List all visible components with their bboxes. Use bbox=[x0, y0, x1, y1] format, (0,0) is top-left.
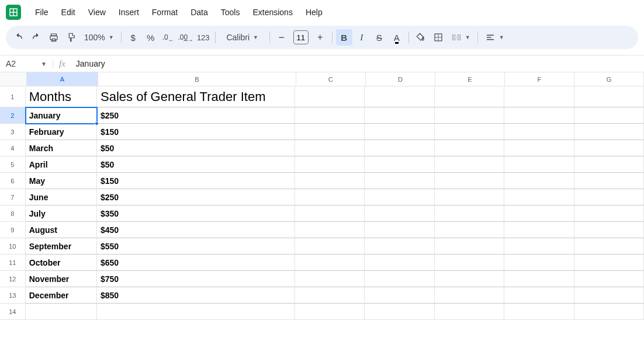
cell-G14[interactable] bbox=[574, 304, 644, 320]
cell-A1[interactable]: Months bbox=[26, 86, 97, 107]
cell-C3[interactable] bbox=[295, 124, 365, 140]
cell-A9[interactable]: August bbox=[26, 222, 97, 238]
name-box[interactable]: A2 ▼ bbox=[0, 59, 53, 68]
cell-E4[interactable] bbox=[435, 140, 504, 156]
cell-F11[interactable] bbox=[504, 255, 574, 271]
cell-D6[interactable] bbox=[365, 173, 434, 189]
menu-format[interactable]: Format bbox=[146, 5, 183, 19]
column-header-F[interactable]: F bbox=[505, 72, 574, 86]
cell-C1[interactable] bbox=[295, 86, 365, 107]
cell-E3[interactable] bbox=[435, 124, 504, 140]
cell-B11[interactable]: $650 bbox=[97, 255, 295, 271]
cell-G7[interactable] bbox=[574, 189, 644, 205]
cell-D1[interactable] bbox=[365, 86, 434, 107]
cell-F2[interactable] bbox=[504, 107, 574, 124]
cell-D5[interactable] bbox=[365, 156, 434, 173]
cell-G3[interactable] bbox=[574, 124, 644, 140]
cell-B10[interactable]: $550 bbox=[97, 238, 295, 255]
cell-G5[interactable] bbox=[574, 156, 644, 173]
cell-C9[interactable] bbox=[295, 222, 365, 238]
cell-C13[interactable] bbox=[295, 287, 365, 304]
cell-G6[interactable] bbox=[574, 173, 644, 189]
cell-C5[interactable] bbox=[295, 156, 365, 173]
row-header-1[interactable]: 1 bbox=[0, 86, 26, 107]
menu-view[interactable]: View bbox=[82, 5, 112, 19]
row-header-3[interactable]: 3 bbox=[0, 124, 26, 140]
cell-A3[interactable]: February bbox=[26, 124, 97, 140]
cell-A5[interactable]: April bbox=[26, 156, 97, 173]
zoom-dropdown[interactable]: 100%▼ bbox=[81, 29, 117, 46]
cell-B3[interactable]: $150 bbox=[97, 124, 295, 140]
cell-G4[interactable] bbox=[574, 140, 644, 156]
cell-D7[interactable] bbox=[365, 189, 434, 205]
cell-C4[interactable] bbox=[295, 140, 365, 156]
cell-E14[interactable] bbox=[435, 304, 504, 320]
cell-A13[interactable]: December bbox=[26, 287, 97, 304]
cell-E7[interactable] bbox=[435, 189, 504, 205]
cell-C12[interactable] bbox=[295, 271, 365, 287]
decrease-font-button[interactable]: − bbox=[273, 29, 290, 46]
menu-file[interactable]: File bbox=[29, 5, 54, 19]
print-button[interactable] bbox=[46, 29, 62, 46]
redo-button[interactable] bbox=[28, 29, 44, 46]
menu-insert[interactable]: Insert bbox=[113, 5, 145, 19]
column-header-D[interactable]: D bbox=[366, 72, 435, 86]
cell-C8[interactable] bbox=[295, 205, 365, 222]
cell-D3[interactable] bbox=[365, 124, 434, 140]
row-header-2[interactable]: 2 bbox=[0, 107, 26, 124]
cell-G13[interactable] bbox=[574, 287, 644, 304]
cell-F4[interactable] bbox=[504, 140, 574, 156]
bold-button[interactable]: B bbox=[336, 29, 352, 46]
menu-extensions[interactable]: Extensions bbox=[247, 5, 298, 19]
cell-E13[interactable] bbox=[435, 287, 504, 304]
row-header-13[interactable]: 13 bbox=[0, 287, 26, 304]
selection-handle[interactable] bbox=[95, 121, 99, 126]
cell-D10[interactable] bbox=[365, 238, 434, 255]
cell-A2[interactable]: January bbox=[26, 107, 97, 124]
cell-E12[interactable] bbox=[435, 271, 504, 287]
column-header-E[interactable]: E bbox=[435, 72, 505, 86]
cell-B5[interactable]: $50 bbox=[97, 156, 295, 173]
cell-E11[interactable] bbox=[435, 255, 504, 271]
menu-data[interactable]: Data bbox=[185, 5, 214, 19]
row-header-12[interactable]: 12 bbox=[0, 271, 26, 287]
cell-A12[interactable]: November bbox=[26, 271, 97, 287]
cell-B13[interactable]: $850 bbox=[97, 287, 295, 304]
sheets-logo[interactable] bbox=[6, 5, 21, 20]
column-header-B[interactable]: B bbox=[98, 72, 296, 86]
menu-tools[interactable]: Tools bbox=[215, 5, 246, 19]
cell-C10[interactable] bbox=[295, 238, 365, 255]
font-size-input[interactable] bbox=[293, 30, 309, 44]
cell-D11[interactable] bbox=[365, 255, 434, 271]
formula-input[interactable]: January bbox=[71, 59, 644, 68]
increase-decimal-button[interactable]: .00→ bbox=[178, 29, 194, 46]
cell-B4[interactable]: $50 bbox=[97, 140, 295, 156]
cell-F8[interactable] bbox=[504, 205, 574, 222]
cell-C2[interactable] bbox=[295, 107, 365, 124]
row-header-14[interactable]: 14 bbox=[0, 304, 26, 320]
italic-button[interactable]: I bbox=[354, 29, 370, 46]
cell-A14[interactable] bbox=[26, 304, 97, 320]
cell-B7[interactable]: $250 bbox=[97, 189, 295, 205]
cell-B9[interactable]: $450 bbox=[97, 222, 295, 238]
row-header-5[interactable]: 5 bbox=[0, 156, 26, 173]
cell-G12[interactable] bbox=[574, 271, 644, 287]
cell-B1[interactable]: Sales of General Trader Item bbox=[97, 86, 295, 107]
cell-B14[interactable] bbox=[97, 304, 295, 320]
cell-F1[interactable] bbox=[504, 86, 574, 107]
percent-button[interactable]: % bbox=[143, 29, 159, 46]
cell-A10[interactable]: September bbox=[26, 238, 97, 255]
cell-B12[interactable]: $750 bbox=[97, 271, 295, 287]
cell-G8[interactable] bbox=[574, 205, 644, 222]
cell-F14[interactable] bbox=[504, 304, 574, 320]
cell-B8[interactable]: $350 bbox=[97, 205, 295, 222]
cell-C6[interactable] bbox=[295, 173, 365, 189]
cell-C14[interactable] bbox=[295, 304, 365, 320]
paint-format-button[interactable] bbox=[63, 29, 79, 46]
merge-cells-button[interactable]: ▼ bbox=[448, 29, 474, 46]
cell-E1[interactable] bbox=[435, 86, 504, 107]
cell-D9[interactable] bbox=[365, 222, 434, 238]
borders-button[interactable] bbox=[430, 29, 446, 46]
cell-F12[interactable] bbox=[504, 271, 574, 287]
column-header-G[interactable]: G bbox=[574, 72, 644, 86]
